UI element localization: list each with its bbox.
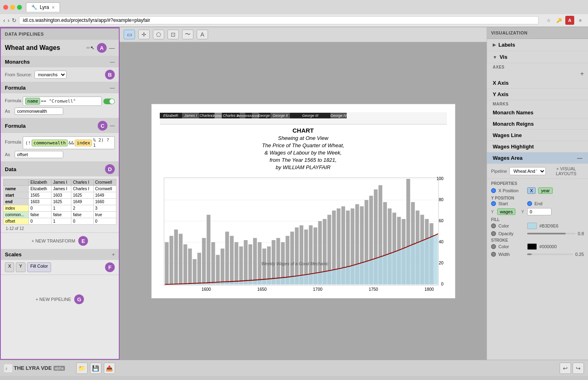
crop-tool-button[interactable]: ⊡ (167, 30, 179, 39)
formula1-input[interactable]: name == "Cromwell" (23, 97, 102, 106)
save-icon[interactable]: 💾 (90, 363, 101, 374)
undo-button[interactable]: ↩ (560, 363, 571, 374)
monarchs-header: Monarchs — (1, 56, 119, 67)
monarch-names-item[interactable]: Monarch Names (487, 107, 588, 118)
wheat-bar-16 (234, 242, 238, 284)
col-header-charles: Charles I (71, 179, 93, 186)
monarch-reigns-label: Monarch Reigns (493, 121, 534, 127)
visualization-header: VISUALIZATION (487, 27, 588, 39)
scale-y-badge[interactable]: Y (16, 262, 25, 272)
cell-commonwealth-label: common... (4, 212, 29, 218)
width-label: Width (498, 252, 525, 257)
opacity-slider[interactable] (527, 233, 575, 234)
move-tool-button[interactable]: ✛ (138, 30, 150, 39)
redo-button[interactable]: ↪ (573, 363, 584, 374)
wages-area-minus-icon[interactable]: — (577, 155, 582, 161)
undo-redo: ↩ ↪ (560, 363, 584, 374)
cell-index-charles: 2 (71, 205, 93, 212)
formula2-input[interactable]: (! commonwealth && index % 2) ? 1 (23, 136, 115, 149)
pipeline-dropdown[interactable]: Wheat And Wa... (509, 167, 546, 175)
wheat-bar-3 (174, 230, 178, 284)
wages-highlight-item[interactable]: Wages Highlight (487, 141, 588, 152)
stroke-color-radio[interactable] (491, 244, 496, 249)
pipeline-row-label: Pipeline (491, 169, 507, 174)
wheat-bar-18 (244, 240, 247, 284)
close-button[interactable] (3, 5, 8, 10)
labels-item[interactable]: ▶ Labels (487, 39, 588, 51)
cell-end-label: end (4, 199, 29, 205)
wheat-bar-4 (178, 234, 182, 284)
formula-equals: == "Cromwell" (41, 99, 76, 104)
vis-item[interactable]: ▼ Vis (487, 51, 588, 63)
formula2-minus-icon[interactable]: — (110, 123, 115, 129)
cell-end-elizabeth: 1603 (29, 199, 52, 205)
stroke-color-swatch[interactable] (527, 243, 537, 250)
profile-icon[interactable]: A (565, 16, 574, 25)
visual-layouts-button[interactable]: + VISUAL LAYOUTS (548, 166, 584, 176)
monarch-reigns-item[interactable]: Monarch Reigns (487, 118, 588, 130)
formula1-minus-icon[interactable]: — (110, 85, 115, 91)
minimize-button[interactable] (10, 5, 15, 10)
browser-tab[interactable]: 🔧 Lyra ✕ (26, 2, 60, 12)
scale-x-badge[interactable]: X (5, 262, 14, 272)
x-position-radio[interactable] (491, 188, 496, 193)
cell-start-label: start (4, 192, 29, 199)
url-input[interactable]: idl.cs.washington.edu/projects/lyra/app/… (19, 16, 539, 24)
axes-plus-icon[interactable]: + (580, 70, 588, 77)
extension-icon[interactable]: 🔑 (555, 16, 564, 25)
table-row: common... false false false true (4, 212, 116, 218)
edit-icon[interactable]: ✏ (86, 45, 90, 51)
as2-input[interactable] (15, 151, 63, 158)
y-axis-item[interactable]: Y Axis (487, 89, 588, 100)
badge-g: G (74, 294, 84, 304)
wheat-bar-11 (211, 242, 215, 284)
wages-highlight-label: Wages Highlight (493, 144, 534, 150)
wages-line-item[interactable]: Wages Line (487, 130, 588, 141)
bookmark-icon[interactable]: ☆ (544, 16, 553, 25)
new-transform-row[interactable]: + NEW TRANSFORM E (1, 233, 119, 249)
start-end-row: Start End (491, 201, 584, 206)
wages-area-label: Wages Area (493, 155, 522, 161)
properties-label: Properties (491, 181, 584, 186)
text-tool-button[interactable]: A (197, 30, 208, 39)
scales-section: Scales + X Y Fill Color F (1, 249, 119, 275)
end-radio[interactable] (527, 201, 532, 206)
canvas-content: Elizabeth James I Charles I Cromwell Cha… (120, 42, 487, 360)
wheat-bar-21 (258, 242, 261, 284)
wages-area-item[interactable]: Wages Area — (487, 152, 588, 164)
open-icon[interactable]: 📁 (76, 363, 88, 374)
share-icon[interactable]: 📤 (104, 363, 115, 374)
fill-color-radio[interactable] (491, 223, 496, 228)
y-zero-input[interactable] (527, 208, 552, 215)
opacity-radio[interactable] (491, 231, 496, 236)
tab-close-icon[interactable]: ✕ (52, 5, 55, 10)
scales-plus-icon[interactable]: + (112, 252, 115, 258)
pipeline-close-icon[interactable]: — (109, 45, 115, 51)
as1-input[interactable] (15, 107, 63, 115)
maximize-button[interactable] (17, 5, 22, 10)
x-label-1700: 1700 (313, 287, 322, 292)
width-radio[interactable] (491, 252, 496, 257)
reload-button[interactable]: ↻ (12, 17, 17, 24)
start-radio[interactable] (491, 201, 496, 206)
cell-index-label: index (4, 205, 29, 212)
rect-tool-button[interactable]: ▭ (124, 30, 135, 39)
monarchs-minus-icon[interactable]: — (110, 59, 115, 65)
title-bar: 🔧 Lyra ✕ (0, 0, 588, 14)
menu-icon[interactable]: ≡ (576, 16, 585, 25)
shape-tool-button[interactable]: ⬠ (153, 30, 164, 39)
path-tool-button[interactable]: 〜 (182, 30, 193, 39)
chart-subtitle2: The Price of The Quarter of Wheat, (262, 142, 344, 148)
formula1-toggle[interactable] (103, 99, 115, 104)
commonwealth-token: commonwealth (32, 140, 68, 146)
x-axis-item[interactable]: X Axis (487, 77, 588, 89)
back-button[interactable]: ‹ (3, 17, 5, 24)
new-pipeline-row[interactable]: + NEW PIPELINE G (1, 291, 119, 307)
index-token: index (75, 140, 92, 146)
fill-color-swatch[interactable] (527, 223, 537, 229)
width-slider[interactable] (527, 253, 573, 255)
data-section: Data D Elizabeth James I Charles I Cromw… (1, 162, 119, 233)
scale-fill-badge[interactable]: Fill Color (27, 262, 51, 272)
forward-button[interactable]: › (8, 17, 10, 24)
source-select[interactable]: monarchs (34, 71, 67, 79)
